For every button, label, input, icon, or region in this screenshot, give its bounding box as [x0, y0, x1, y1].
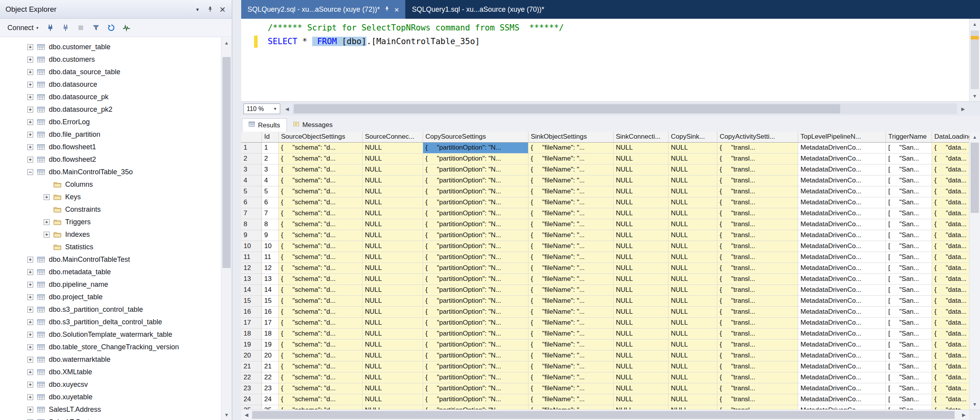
column-header[interactable]: Id [262, 132, 279, 143]
grid-cell[interactable]: MetadataDrivenCo... [798, 361, 886, 372]
grid-cell[interactable]: NULL [614, 230, 669, 241]
grid-cell[interactable]: { "schema": "d... [279, 340, 363, 350]
grid-cell[interactable]: NULL [363, 350, 423, 361]
grid-cell[interactable]: NULL [614, 383, 669, 394]
grid-cell[interactable]: { "schema": "d... [279, 329, 363, 340]
grid-cell[interactable]: [ "San... [886, 394, 932, 405]
row-number[interactable]: 16 [241, 307, 262, 318]
grid-cell[interactable]: { "transl... [717, 361, 798, 372]
grid-cell[interactable]: NULL [363, 383, 423, 394]
grid-cell[interactable]: [ "San... [886, 361, 932, 372]
expand-icon[interactable]: + [27, 94, 33, 100]
grid-cell[interactable]: NULL [363, 164, 423, 175]
grid-cell[interactable]: { "transl... [717, 197, 798, 208]
grid-cell[interactable]: 4 [262, 175, 279, 186]
expand-icon[interactable]: + [27, 144, 33, 150]
grid-cell[interactable]: { "fileName": "... [528, 143, 614, 154]
grid-cell[interactable]: { "partitionOption": "N... [423, 361, 528, 372]
tree-scrollbar[interactable]: ▲ ▼ [221, 38, 232, 420]
grid-cell[interactable]: 12 [262, 263, 279, 274]
grid-cell[interactable]: MetadataDrivenCo... [798, 296, 886, 307]
grid-cell[interactable]: { "schema": "d... [279, 263, 363, 274]
grid-cell[interactable]: MetadataDrivenCo... [798, 252, 886, 263]
grid-cell[interactable]: [ "San... [886, 383, 932, 394]
grid-cell[interactable]: MetadataDrivenCo... [798, 405, 886, 409]
pin-icon[interactable] [384, 5, 390, 14]
grid-cell[interactable]: { "partitionOption": "N... [423, 296, 528, 307]
expand-icon[interactable]: + [44, 194, 50, 200]
column-header[interactable]: SourceConnec... [363, 132, 423, 143]
grid-cell[interactable]: [ "San... [886, 263, 932, 274]
grid-cell[interactable]: { "transl... [717, 252, 798, 263]
row-number[interactable]: 7 [241, 208, 262, 219]
expand-icon[interactable]: + [27, 319, 33, 325]
grid-cell[interactable]: NULL [669, 241, 717, 252]
grid-cell[interactable]: { "schema": "d... [279, 154, 363, 164]
tab-results[interactable]: Results [242, 118, 287, 132]
grid-cell[interactable]: { "fileName": "... [528, 318, 614, 329]
grid-cell[interactable]: { "fileName": "... [528, 405, 614, 409]
expand-icon[interactable]: + [27, 307, 33, 313]
grid-cell[interactable]: 21 [262, 361, 279, 372]
grid-cell[interactable]: [ "San... [886, 296, 932, 307]
grid-cell[interactable]: MetadataDrivenCo... [798, 383, 886, 394]
grid-cell[interactable]: { "transl... [717, 263, 798, 274]
scroll-up-icon[interactable]: ▲ [969, 132, 980, 142]
grid-cell[interactable]: NULL [614, 329, 669, 340]
grid-cell[interactable]: { "partitionOption": "N... [423, 340, 528, 350]
grid-cell[interactable]: { "transl... [717, 372, 798, 383]
row-number[interactable]: 23 [241, 383, 262, 394]
grid-cell[interactable]: { "partitionOption": "N... [423, 186, 528, 197]
grid-cell[interactable]: [ "San... [886, 197, 932, 208]
grid-cell[interactable]: { "transl... [717, 307, 798, 318]
grid-cell[interactable]: NULL [669, 263, 717, 274]
collapse-icon[interactable]: − [27, 169, 33, 175]
grid-cell[interactable]: NULL [614, 143, 669, 154]
grid-cell[interactable]: { "partitionOption": "N... [423, 219, 528, 230]
grid-cell[interactable]: { "fileName": "... [528, 197, 614, 208]
tree-item[interactable]: +Constraints [0, 203, 221, 216]
sql-editor[interactable]: /****** Script for SelectTopNRows comman… [241, 19, 969, 101]
grid-cell[interactable]: MetadataDrivenCo... [798, 372, 886, 383]
grid-cell[interactable]: NULL [669, 307, 717, 318]
grid-cell[interactable]: MetadataDrivenCo... [798, 329, 886, 340]
grid-cell[interactable]: 2 [262, 154, 279, 164]
grid-cell[interactable]: MetadataDrivenCo... [798, 350, 886, 361]
grid-cell[interactable]: { "schema": "d... [279, 361, 363, 372]
grid-cell[interactable]: NULL [363, 241, 423, 252]
tree-item[interactable]: +dbo.metadata_table [0, 266, 221, 278]
grid-cell[interactable]: 20 [262, 350, 279, 361]
scroll-left-icon[interactable]: ◀ [282, 104, 292, 114]
grid-cell[interactable]: 10 [262, 241, 279, 252]
grid-cell[interactable]: { "partitionOption": "N... [423, 175, 528, 186]
grid-cell[interactable]: MetadataDrivenCo... [798, 340, 886, 350]
grid-cell[interactable]: { "partitionOption": "N... [423, 274, 528, 285]
tab-sqlquery2[interactable]: SQLQuery2.sql - xu...aSource (xuye (72))… [241, 0, 405, 19]
grid-cell[interactable]: { "fileName": "... [528, 394, 614, 405]
grid-cell[interactable]: { "partitionOption": "N... [423, 394, 528, 405]
grid-cell[interactable]: NULL [363, 175, 423, 186]
tree-item[interactable]: +Statistics [0, 241, 221, 253]
grid-scrollbar-vertical[interactable]: ▲ ▼ [969, 132, 980, 409]
grid-cell[interactable]: { "schema": "d... [279, 197, 363, 208]
grid-cell[interactable]: { "transl... [717, 241, 798, 252]
tree-item[interactable]: +dbo.datasource_pk [0, 91, 221, 103]
grid-cell[interactable]: 19 [262, 340, 279, 350]
row-number[interactable]: 21 [241, 361, 262, 372]
grid-cell[interactable]: { "transl... [717, 296, 798, 307]
expand-icon[interactable]: + [27, 344, 33, 350]
scrollbar-thumb[interactable] [222, 57, 231, 268]
grid-cell[interactable]: 13 [262, 274, 279, 285]
scrollbar-thumb[interactable] [971, 143, 979, 213]
grid-cell[interactable]: MetadataDrivenCo... [798, 219, 886, 230]
grid-cell[interactable]: MetadataDrivenCo... [798, 230, 886, 241]
grid-cell[interactable]: 17 [262, 318, 279, 329]
grid-cell[interactable]: NULL [363, 219, 423, 230]
grid-cell[interactable]: { "schema": "d... [279, 219, 363, 230]
tree-item[interactable]: +dbo.XMLtable [0, 366, 221, 378]
expand-icon[interactable]: + [27, 157, 33, 163]
tree-item[interactable]: −dbo.MainControlTable_35o [0, 166, 221, 178]
grid-cell[interactable]: NULL [669, 219, 717, 230]
grid-cell[interactable]: { "transl... [717, 329, 798, 340]
tree-item[interactable]: +dbo.flowsheet1 [0, 141, 221, 153]
